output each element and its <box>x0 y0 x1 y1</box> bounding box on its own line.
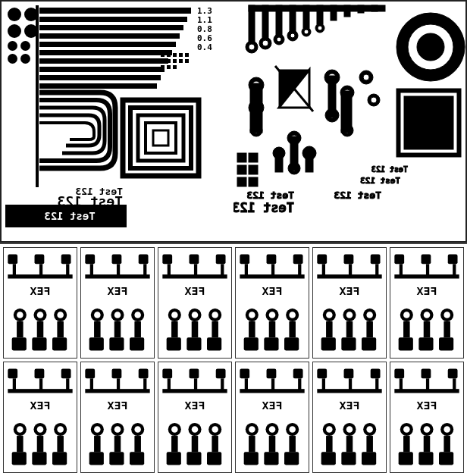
svg-point-142 <box>94 312 101 318</box>
svg-rect-199 <box>317 274 381 278</box>
svg-rect-119 <box>8 274 72 278</box>
svg-rect-148 <box>114 321 121 337</box>
svg-rect-255 <box>139 369 149 379</box>
svg-rect-272 <box>130 452 144 465</box>
svg-text:Test 123: Test 123 <box>334 189 381 201</box>
svg-rect-331 <box>341 452 356 465</box>
svg-rect-178 <box>298 264 301 276</box>
svg-rect-310 <box>244 452 259 465</box>
svg-rect-80 <box>341 91 352 133</box>
svg-rect-169 <box>212 321 218 337</box>
svg-rect-209 <box>366 321 373 337</box>
svg-point-166 <box>212 312 218 318</box>
svg-point-206 <box>366 312 373 318</box>
svg-text:FEX: FEX <box>108 399 128 412</box>
svg-rect-297 <box>271 378 274 390</box>
main-container: 1.3 1.1 0.8 0.6 0.4 <box>0 0 467 476</box>
svg-rect-70 <box>250 83 262 133</box>
svg-text:FEX: FEX <box>185 399 205 412</box>
svg-rect-26 <box>167 53 171 57</box>
svg-rect-173 <box>240 255 249 265</box>
svg-text:FEX: FEX <box>185 284 205 298</box>
svg-rect-193 <box>317 255 327 265</box>
svg-rect-192 <box>284 337 299 350</box>
svg-rect-132 <box>52 337 67 350</box>
svg-rect-42 <box>290 5 296 32</box>
svg-rect-299 <box>240 389 304 393</box>
svg-rect-7 <box>39 67 165 72</box>
svg-point-242 <box>17 426 24 433</box>
svg-text:Test 123: Test 123 <box>360 176 400 186</box>
svg-rect-20 <box>36 5 39 187</box>
svg-point-224 <box>424 312 431 318</box>
svg-rect-210 <box>321 337 336 350</box>
svg-rect-292 <box>207 452 221 465</box>
svg-rect-236 <box>13 378 16 390</box>
svg-rect-352 <box>439 452 453 465</box>
svg-rect-135 <box>139 255 149 265</box>
svg-point-282 <box>171 426 178 433</box>
svg-rect-2 <box>39 25 183 30</box>
svg-rect-332 <box>362 452 376 465</box>
left-panel: 1.3 1.1 0.8 0.6 0.4 <box>2 2 237 243</box>
svg-rect-138 <box>143 264 146 276</box>
svg-rect-295 <box>293 369 303 379</box>
svg-rect-149 <box>134 321 141 337</box>
svg-rect-118 <box>66 264 69 276</box>
svg-rect-349 <box>443 436 450 452</box>
svg-rect-309 <box>289 436 296 452</box>
svg-rect-45 <box>331 5 337 20</box>
svg-rect-159 <box>162 274 227 278</box>
svg-rect-189 <box>289 321 296 337</box>
svg-rect-115 <box>61 255 71 265</box>
svg-rect-128 <box>37 321 44 337</box>
svg-rect-30 <box>161 59 165 63</box>
svg-rect-15 <box>123 100 199 176</box>
svg-point-87 <box>417 33 444 61</box>
svg-rect-34 <box>185 59 189 63</box>
svg-rect-217 <box>426 264 429 276</box>
svg-rect-229 <box>443 321 450 337</box>
svg-rect-29 <box>185 53 189 57</box>
svg-point-182 <box>249 312 255 318</box>
svg-rect-44 <box>317 5 323 24</box>
svg-rect-194 <box>344 255 354 265</box>
svg-rect-351 <box>418 452 433 465</box>
svg-rect-112 <box>249 177 258 186</box>
svg-text:FEX: FEX <box>340 284 360 298</box>
svg-rect-233 <box>8 369 17 379</box>
svg-point-246 <box>57 426 64 433</box>
svg-rect-316 <box>322 378 325 390</box>
svg-rect-191 <box>264 337 278 350</box>
svg-rect-176 <box>245 264 248 276</box>
svg-rect-288 <box>192 436 199 452</box>
svg-rect-41 <box>276 5 282 36</box>
svg-text:FEX: FEX <box>417 399 437 412</box>
svg-rect-174 <box>267 255 277 265</box>
svg-point-52 <box>262 40 268 46</box>
svg-rect-37 <box>173 65 177 69</box>
svg-rect-237 <box>39 378 42 390</box>
svg-rect-273 <box>162 369 172 379</box>
svg-rect-110 <box>249 165 258 174</box>
svg-text:FEX: FEX <box>417 284 437 298</box>
pcb-cell: FEX <box>390 362 464 473</box>
svg-rect-187 <box>249 321 255 337</box>
bottom-grid-section: FEX <box>0 243 467 476</box>
svg-text:Test 123: Test 123 <box>371 165 408 174</box>
svg-rect-155 <box>216 255 226 265</box>
svg-rect-133 <box>85 255 95 265</box>
svg-rect-175 <box>293 255 303 265</box>
svg-rect-79 <box>328 76 336 117</box>
svg-rect-334 <box>422 369 431 379</box>
pcb-cell: FEX <box>158 362 232 473</box>
svg-rect-339 <box>394 389 459 393</box>
svg-rect-47 <box>358 5 364 13</box>
svg-rect-113 <box>8 255 17 265</box>
svg-rect-5 <box>39 50 172 55</box>
svg-rect-294 <box>267 369 277 379</box>
svg-rect-277 <box>194 378 197 390</box>
svg-text:FEX: FEX <box>30 284 51 298</box>
svg-point-204 <box>346 312 353 318</box>
svg-rect-256 <box>90 378 93 390</box>
